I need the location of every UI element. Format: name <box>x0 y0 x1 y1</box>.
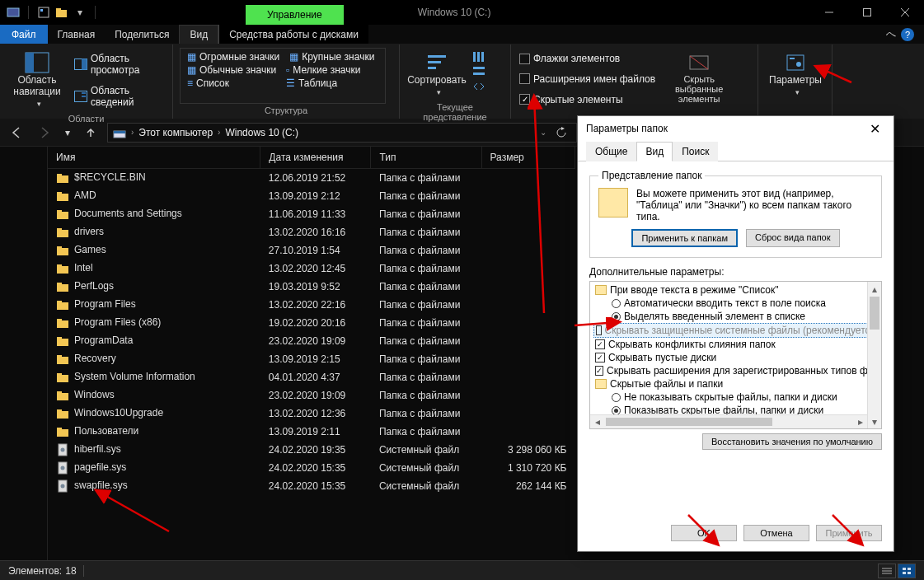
table-row[interactable]: drivers13.02.2020 16:16Папка с файлами <box>48 223 575 241</box>
back-button[interactable] <box>5 122 28 143</box>
options-button[interactable]: Параметры <box>765 48 826 104</box>
tab-view[interactable]: Вид <box>179 25 218 44</box>
table-row[interactable]: System Volume Information04.01.2020 4:37… <box>48 368 575 386</box>
ok-button[interactable]: OK <box>671 525 737 541</box>
breadcrumb-this-pc[interactable]: Этот компьютер <box>138 127 213 138</box>
column-type[interactable]: Тип <box>371 147 481 169</box>
table-row[interactable]: Пользователи13.09.2019 2:11Папка с файла… <box>48 423 575 441</box>
dialog-tab-search[interactable]: Поиск <box>673 142 718 161</box>
tree-radio-auto-search[interactable]: Автоматически вводить текст в поле поиск… <box>593 297 881 310</box>
column-size[interactable]: Размер <box>481 147 575 169</box>
tree-check-hide-merge-conflicts[interactable]: Скрывать конфликты слияния папок <box>593 338 881 351</box>
advanced-settings-tree[interactable]: При вводе текста в режиме "Список" Автом… <box>589 281 882 429</box>
hide-selected-button[interactable]: Скрыть выбранные элементы <box>662 48 736 107</box>
apply-button[interactable]: Применить <box>816 525 882 541</box>
svg-point-62 <box>61 448 65 452</box>
reset-folders-button[interactable]: Сброс вида папок <box>746 229 840 247</box>
ribbon-collapse-icon[interactable]: へ <box>886 27 896 41</box>
table-row[interactable]: Recovery13.09.2019 2:15Папка с файлами <box>48 350 575 368</box>
refresh-button[interactable] <box>551 127 571 138</box>
tree-check-hide-extensions[interactable]: Скрывать расширения для зарегистрированн… <box>593 364 881 377</box>
add-columns-icon[interactable] <box>472 51 485 63</box>
minimize-button[interactable] <box>810 0 848 25</box>
view-extra-large-icons[interactable]: ▦Огромные значки <box>182 50 284 63</box>
file-date: 13.09.2019 2:15 <box>260 350 371 368</box>
statusbar-icons-view[interactable] <box>898 564 916 578</box>
table-row[interactable]: Documents and Settings11.06.2019 11:33Па… <box>48 205 575 223</box>
tree-check-hide-protected[interactable]: Скрывать защищенные системные файлы (рек… <box>593 323 881 338</box>
dialog-close-button[interactable]: ✕ <box>865 121 885 137</box>
sort-button[interactable]: Сортировать <box>406 48 467 101</box>
address-history-dropdown[interactable]: ⌄ <box>540 128 546 137</box>
qat-properties-icon[interactable] <box>37 6 50 19</box>
tree-radio-dont-show-hidden[interactable]: Не показывать скрытые файлы, папки и дис… <box>593 391 881 404</box>
contextual-tab-manage[interactable]: Управление <box>246 5 344 25</box>
apply-to-folders-button[interactable]: Применить к папкам <box>631 229 738 247</box>
status-label: Элементов: <box>8 565 62 577</box>
table-row[interactable]: Games27.10.2019 1:54Папка с файлами <box>48 241 575 260</box>
table-row[interactable]: swapfile.sys24.02.2020 15:35Системный фа… <box>48 477 575 495</box>
navigation-tree[interactable] <box>0 147 48 560</box>
qat-dropdown-icon[interactable]: ▾ <box>73 6 87 19</box>
file-type: Папка с файлами <box>371 423 481 441</box>
chevron-right-icon[interactable]: › <box>131 128 134 137</box>
chevron-right-icon[interactable]: › <box>218 128 220 137</box>
maximize-button[interactable] <box>848 0 886 25</box>
group-by-icon[interactable] <box>472 66 485 77</box>
restore-defaults-button[interactable]: Восстановить значения по умолчанию <box>702 433 882 450</box>
tree-horizontal-scrollbar[interactable]: ◂▸ <box>590 414 867 428</box>
navigation-pane-button[interactable]: Область навигации <box>7 48 68 112</box>
file-extensions-toggle[interactable]: Расширения имен файлов <box>518 72 657 86</box>
tab-file[interactable]: Файл <box>0 25 48 44</box>
table-row[interactable]: Windows10Upgrade13.02.2020 12:36Папка с … <box>48 405 575 423</box>
view-list[interactable]: ≡Список <box>182 77 281 90</box>
item-checkboxes-toggle[interactable]: Флажки элементов <box>518 52 657 65</box>
table-row[interactable]: $RECYCLE.BIN12.06.2019 21:52Папка с файл… <box>48 169 575 188</box>
statusbar-details-view[interactable] <box>878 564 896 578</box>
breadcrumb-drive[interactable]: Windows 10 (C:) <box>225 127 298 138</box>
help-icon[interactable]: ? <box>901 28 914 41</box>
view-medium-icons[interactable]: ▦Обычные значки <box>182 63 281 77</box>
qat-newfolder-icon[interactable] <box>55 6 68 19</box>
details-pane-button[interactable]: Область сведений <box>73 84 166 109</box>
table-row[interactable]: pagefile.sys24.02.2020 15:35Системный фа… <box>48 459 575 477</box>
table-row[interactable]: Intel13.02.2020 12:45Папка с файлами <box>48 260 575 278</box>
table-row[interactable]: hiberfil.sys24.02.2020 19:35Системный фа… <box>48 441 575 459</box>
table-row[interactable]: PerfLogs19.03.2019 9:52Папка с файлами <box>48 278 575 296</box>
view-large-icons[interactable]: ▦Крупные значки <box>284 50 383 63</box>
size-columns-icon[interactable] <box>472 81 485 92</box>
dialog-tab-view[interactable]: Вид <box>636 142 673 161</box>
file-name: $RECYCLE.BIN <box>74 171 146 183</box>
svg-point-28 <box>796 62 801 67</box>
svg-rect-17 <box>428 61 441 63</box>
file-size <box>481 187 575 205</box>
up-button[interactable] <box>79 122 102 143</box>
folder-icon <box>56 371 69 384</box>
table-row[interactable]: Windows23.02.2020 19:09Папка с файлами <box>48 386 575 405</box>
cancel-button[interactable]: Отмена <box>743 525 809 541</box>
folder-options-dialog: Параметры папок ✕ Общие Вид Поиск Предст… <box>577 115 894 552</box>
dialog-tab-general[interactable]: Общие <box>586 142 636 161</box>
table-row[interactable]: Program Files13.02.2020 22:16Папка с фай… <box>48 296 575 314</box>
preview-pane-button[interactable]: Область просмотра <box>73 52 166 77</box>
table-row[interactable]: ProgramData23.02.2020 19:09Папка с файла… <box>48 332 575 350</box>
address-bar[interactable]: › Этот компьютер › Windows 10 (C:) ⌄ <box>107 123 577 143</box>
tab-home[interactable]: Главная <box>48 25 106 44</box>
recent-locations-button[interactable]: ▾ <box>61 122 74 143</box>
tree-radio-select-item[interactable]: Выделять введенный элемент в списке <box>593 310 881 323</box>
view-small-icons[interactable]: ▫Мелкие значки <box>281 63 380 77</box>
hidden-items-toggle[interactable]: Скрытые элементы <box>518 93 657 106</box>
tab-share[interactable]: Поделиться <box>105 25 179 44</box>
sort-icon <box>424 51 450 74</box>
table-row[interactable]: AMD13.09.2019 2:12Папка с файлами <box>48 187 575 205</box>
tree-check-hide-empty-drives[interactable]: Скрывать пустые диски <box>593 351 881 364</box>
column-date[interactable]: Дата изменения <box>260 147 371 169</box>
svg-rect-1 <box>39 7 49 17</box>
forward-button[interactable] <box>33 122 56 143</box>
view-details[interactable]: ☰Таблица <box>281 77 380 90</box>
table-row[interactable]: Program Files (x86)19.02.2020 20:16Папка… <box>48 314 575 332</box>
column-name[interactable]: Имя <box>48 147 260 169</box>
tab-drive-tools[interactable]: Средства работы с дисками <box>218 25 368 44</box>
close-button[interactable] <box>886 0 924 25</box>
tree-vertical-scrollbar[interactable]: ▴▾ <box>867 282 881 428</box>
